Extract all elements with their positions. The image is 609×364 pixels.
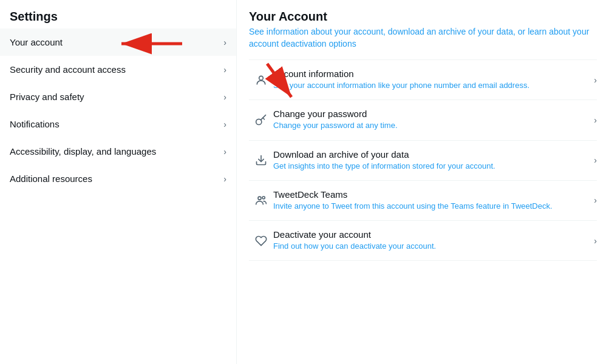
menu-item-desc: Change your password at any time. bbox=[273, 120, 589, 131]
chevron-icon: › bbox=[223, 147, 226, 157]
main-subtitle: See information about your account, down… bbox=[249, 26, 597, 50]
sidebar-title: Settings bbox=[0, 0, 236, 29]
menu-item-title: Download an archive of your data bbox=[273, 149, 589, 160]
svg-point-0 bbox=[259, 76, 264, 80]
person-icon bbox=[249, 74, 273, 86]
menu-item-account-information[interactable]: Account information See your account inf… bbox=[249, 60, 597, 100]
menu-item-title: TweetDeck Teams bbox=[273, 189, 589, 200]
sidebar-item-your-account[interactable]: Your account › bbox=[0, 29, 236, 56]
menu-item-download-archive[interactable]: Download an archive of your data Get ins… bbox=[249, 141, 597, 181]
chevron-right-icon: › bbox=[589, 155, 597, 165]
heart-icon bbox=[249, 235, 273, 247]
chevron-icon: › bbox=[223, 65, 226, 75]
chevron-icon: › bbox=[223, 92, 226, 102]
sidebar: Settings Your account › Security and acc… bbox=[0, 0, 237, 364]
sidebar-item-additional[interactable]: Additional resources › bbox=[0, 165, 236, 192]
main-content: Your Account See information about your … bbox=[237, 0, 609, 364]
sidebar-item-label: Security and account access bbox=[10, 64, 126, 75]
chevron-right-icon: › bbox=[589, 195, 597, 205]
svg-point-4 bbox=[262, 197, 265, 199]
menu-item-title: Account information bbox=[273, 69, 589, 79]
download-icon bbox=[249, 154, 273, 166]
menu-item-content: Account information See your account inf… bbox=[273, 69, 589, 91]
sidebar-item-security[interactable]: Security and account access › bbox=[0, 56, 236, 83]
sidebar-item-label: Notifications bbox=[10, 119, 60, 129]
menu-item-tweetdeck-teams[interactable]: TweetDeck Teams Invite anyone to Tweet f… bbox=[249, 181, 597, 221]
sidebar-item-privacy[interactable]: Privacy and safety › bbox=[0, 83, 236, 110]
chevron-icon: › bbox=[223, 38, 226, 47]
menu-item-title: Change your password bbox=[273, 109, 589, 119]
menu-item-desc: Get insights into the type of informatio… bbox=[273, 161, 589, 172]
chevron-icon: › bbox=[223, 174, 226, 184]
menu-item-desc: Find out how you can deactivate your acc… bbox=[273, 241, 589, 252]
sidebar-item-label: Your account bbox=[10, 37, 63, 47]
sidebar-item-accessibility[interactable]: Accessibility, display, and languages › bbox=[0, 138, 236, 165]
menu-item-content: Deactivate your account Find out how you… bbox=[273, 229, 589, 252]
chevron-right-icon: › bbox=[589, 236, 597, 246]
sidebar-item-notifications[interactable]: Notifications › bbox=[0, 110, 236, 138]
main-title: Your Account bbox=[249, 0, 597, 26]
sidebar-item-label: Privacy and safety bbox=[10, 92, 84, 102]
team-icon bbox=[249, 194, 273, 206]
menu-item-deactivate[interactable]: Deactivate your account Find out how you… bbox=[249, 221, 597, 261]
menu-item-desc: Invite anyone to Tweet from this account… bbox=[273, 201, 589, 212]
chevron-right-icon: › bbox=[589, 115, 597, 125]
menu-item-desc: See your account information like your p… bbox=[273, 80, 589, 91]
menu-item-content: Download an archive of your data Get ins… bbox=[273, 149, 589, 172]
chevron-icon: › bbox=[223, 120, 226, 129]
menu-item-content: TweetDeck Teams Invite anyone to Tweet f… bbox=[273, 189, 589, 212]
sidebar-item-label: Additional resources bbox=[10, 174, 92, 184]
svg-point-3 bbox=[258, 197, 261, 200]
menu-item-change-password[interactable]: Change your password Change your passwor… bbox=[249, 100, 597, 140]
menu-item-content: Change your password Change your passwor… bbox=[273, 109, 589, 131]
key-icon bbox=[249, 114, 273, 126]
chevron-right-icon: › bbox=[589, 75, 597, 85]
sidebar-item-label: Accessibility, display, and languages bbox=[10, 146, 156, 157]
menu-item-title: Deactivate your account bbox=[273, 229, 589, 240]
